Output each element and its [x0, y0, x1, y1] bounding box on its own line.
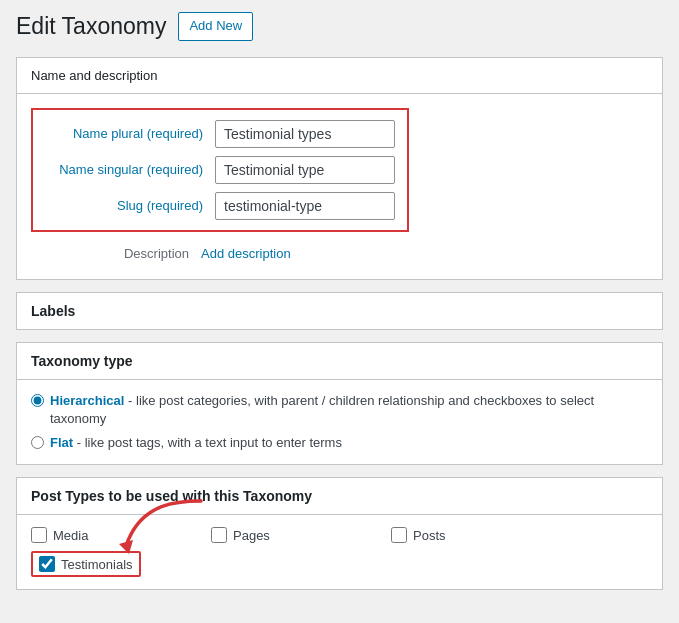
name-desc-header: Name and description	[17, 58, 662, 94]
svg-marker-0	[119, 540, 133, 554]
add-description-link[interactable]: Add description	[201, 246, 291, 261]
slug-row: Slug (required)	[45, 192, 395, 220]
hierarchical-row: Hierarchical - like post categories, wit…	[31, 392, 648, 428]
flat-row: Flat - like post tags, with a text input…	[31, 434, 648, 452]
labels-section: Labels	[16, 292, 663, 330]
name-singular-label: Name singular (required)	[45, 162, 215, 177]
slug-label: Slug (required)	[45, 198, 215, 213]
add-new-button[interactable]: Add New	[178, 12, 253, 41]
hierarchical-strong: Hierarchical	[50, 393, 124, 408]
post-types-section: Post Types to be used with this Taxonomy…	[16, 477, 663, 590]
testimonials-col: Testimonials	[31, 551, 141, 577]
media-label[interactable]: Media	[53, 528, 88, 543]
pages-label[interactable]: Pages	[233, 528, 270, 543]
flat-strong: Flat	[50, 435, 73, 450]
name-singular-row: Name singular (required)	[45, 156, 395, 184]
taxonomy-type-section: Taxonomy type Hierarchical - like post c…	[16, 342, 663, 466]
description-row: Description Add description	[31, 242, 648, 265]
name-desc-section: Name and description Name plural (requir…	[16, 57, 663, 280]
page-title: Edit Taxonomy	[16, 13, 166, 40]
name-singular-input[interactable]	[215, 156, 395, 184]
posts-checkbox[interactable]	[391, 527, 407, 543]
hierarchical-radio[interactable]	[31, 394, 44, 407]
description-label: Description	[31, 246, 201, 261]
pages-col: Pages	[211, 527, 391, 543]
slug-input[interactable]	[215, 192, 395, 220]
taxonomy-type-header: Taxonomy type	[17, 343, 662, 380]
posts-label[interactable]: Posts	[413, 528, 446, 543]
post-types-body: Media Pages Posts Testimonials	[17, 515, 662, 589]
name-plural-label: Name plural (required)	[45, 126, 215, 141]
name-plural-row: Name plural (required)	[45, 120, 395, 148]
posts-col: Posts	[391, 527, 571, 543]
name-desc-body: Name plural (required) Name singular (re…	[17, 94, 662, 279]
red-arrow-icon	[111, 496, 211, 556]
flat-radio[interactable]	[31, 436, 44, 449]
required-fields-bordered: Name plural (required) Name singular (re…	[31, 108, 409, 232]
post-types-row-2: Testimonials	[31, 551, 648, 577]
labels-header: Labels	[17, 293, 662, 329]
testimonials-label[interactable]: Testimonials	[61, 557, 133, 572]
testimonials-checkbox[interactable]	[39, 556, 55, 572]
flat-label: Flat - like post tags, with a text input…	[50, 434, 342, 452]
name-plural-input[interactable]	[215, 120, 395, 148]
pages-checkbox[interactable]	[211, 527, 227, 543]
hierarchical-label: Hierarchical - like post categories, wit…	[50, 392, 648, 428]
media-checkbox[interactable]	[31, 527, 47, 543]
taxonomy-type-body: Hierarchical - like post categories, wit…	[17, 380, 662, 465]
page-header: Edit Taxonomy Add New	[16, 12, 663, 41]
